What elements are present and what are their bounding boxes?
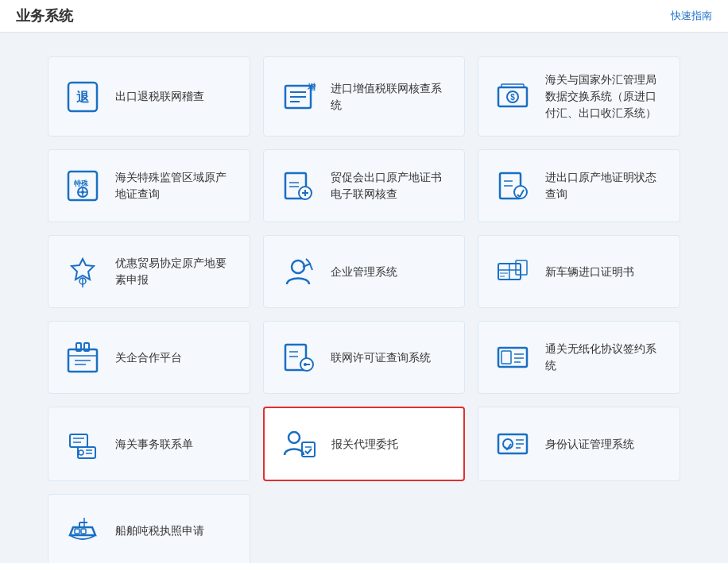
customs-agent-label: 报关代理委托 <box>331 436 398 453</box>
network-permit-label: 联网许可证查询系统 <box>331 349 431 366</box>
svg-point-50 <box>304 363 307 366</box>
preferential-trade-label: 优惠贸易协定原产地要素申报 <box>115 255 237 288</box>
card-identity-mgmt[interactable]: 身份认证管理系统 <box>478 407 680 481</box>
svg-text:特殊: 特殊 <box>73 179 89 187</box>
card-import-export-cert[interactable]: 进出口原产地证明状态查询 <box>478 149 680 222</box>
customs-affairs-icon <box>61 422 104 465</box>
card-coc-export[interactable]: 贸促会出口原产地证书电子联网核查 <box>263 149 466 222</box>
svg-rect-10 <box>501 84 524 87</box>
card-ship-tonnage[interactable]: 船舶吨税执照申请 <box>48 494 250 563</box>
card-special-supervision[interactable]: 特殊 海关特殊监管区域原产地证查询 <box>48 149 250 222</box>
card-customs-partner[interactable]: 关企合作平台 <box>48 321 250 394</box>
import-vat-icon: 增 <box>277 75 319 118</box>
special-supervision-icon: 特殊 <box>61 164 104 207</box>
svg-point-62 <box>79 450 83 455</box>
card-preferential-trade[interactable]: 优惠贸易协定原产地要素申报 <box>48 235 250 308</box>
card-customs-agent[interactable]: 报关代理委托 <box>263 407 466 481</box>
svg-line-34 <box>306 259 309 262</box>
card-export-tax-refund[interactable]: 退 出口退税联网稽查 <box>48 56 250 137</box>
svg-rect-77 <box>81 529 86 534</box>
svg-rect-54 <box>501 351 511 364</box>
svg-point-65 <box>288 432 300 443</box>
enterprise-mgmt-icon <box>277 250 319 293</box>
quick-guide-link[interactable]: 快速指南 <box>671 9 712 23</box>
card-paperless[interactable]: 通关无纸化协议签约系统 <box>478 321 680 394</box>
coc-export-label: 贸促会出口原产地证书电子联网核查 <box>331 169 452 202</box>
new-vehicle-icon <box>491 250 534 293</box>
export-tax-refund-label: 出口退税联网稽查 <box>115 88 204 105</box>
paperless-icon <box>491 336 534 379</box>
svg-point-31 <box>292 260 304 273</box>
preferential-trade-icon <box>61 250 104 293</box>
card-import-vat[interactable]: 增 进口增值税联网核查系统 <box>263 56 466 137</box>
export-tax-refund-icon: 退 <box>61 75 104 118</box>
customs-forex-icon: $ <box>491 75 534 118</box>
enterprise-mgmt-label: 企业管理系统 <box>331 264 397 280</box>
svg-text:增: 增 <box>307 83 316 91</box>
main-content: 退 出口退税联网稽查 增 进口增值税联网核查系统 $ 海关与国家外汇管理局数据交… <box>0 33 728 563</box>
customs-partner-label: 关企合作平台 <box>115 349 182 366</box>
identity-mgmt-label: 身份认证管理系统 <box>545 436 634 453</box>
card-new-vehicle[interactable]: 新车辆进口证明书 <box>478 235 680 308</box>
identity-mgmt-icon <box>491 422 534 465</box>
svg-line-33 <box>309 262 312 270</box>
ship-tonnage-icon <box>61 509 104 552</box>
ship-tonnage-label: 船舶吨税执照申请 <box>115 523 204 539</box>
header: 业务系统 快速指南 <box>0 0 728 33</box>
customs-agent-icon <box>277 422 320 465</box>
customs-affairs-label: 海关事务联系单 <box>115 436 193 453</box>
card-network-permit[interactable]: 联网许可证查询系统 <box>263 321 466 394</box>
coc-export-icon <box>277 164 319 207</box>
svg-text:退: 退 <box>76 90 90 104</box>
network-permit-icon <box>277 336 319 379</box>
card-enterprise-mgmt[interactable]: 企业管理系统 <box>263 235 466 308</box>
special-supervision-label: 海关特殊监管区域原产地证查询 <box>115 169 237 202</box>
customs-partner-icon <box>61 336 104 379</box>
customs-forex-label: 海关与国家外汇管理局数据交换系统（原进口付汇、出口收汇系统） <box>545 71 667 121</box>
card-customs-forex[interactable]: $ 海关与国家外汇管理局数据交换系统（原进口付汇、出口收汇系统） <box>478 56 680 137</box>
import-export-cert-label: 进出口原产地证明状态查询 <box>545 169 667 202</box>
new-vehicle-label: 新车辆进口证明书 <box>545 264 634 280</box>
svg-text:$: $ <box>511 93 516 102</box>
page-title: 业务系统 <box>16 6 73 25</box>
svg-rect-76 <box>75 529 79 534</box>
paperless-label: 通关无纸化协议签约系统 <box>545 341 667 374</box>
svg-rect-61 <box>78 447 95 458</box>
import-vat-label: 进口增值税联网核查系统 <box>331 80 452 114</box>
card-customs-affairs[interactable]: 海关事务联系单 <box>48 407 250 481</box>
import-export-cert-icon <box>491 164 534 207</box>
svg-rect-58 <box>70 434 87 447</box>
business-grid: 退 出口退税联网稽查 增 进口增值税联网核查系统 $ 海关与国家外汇管理局数据交… <box>48 56 680 563</box>
